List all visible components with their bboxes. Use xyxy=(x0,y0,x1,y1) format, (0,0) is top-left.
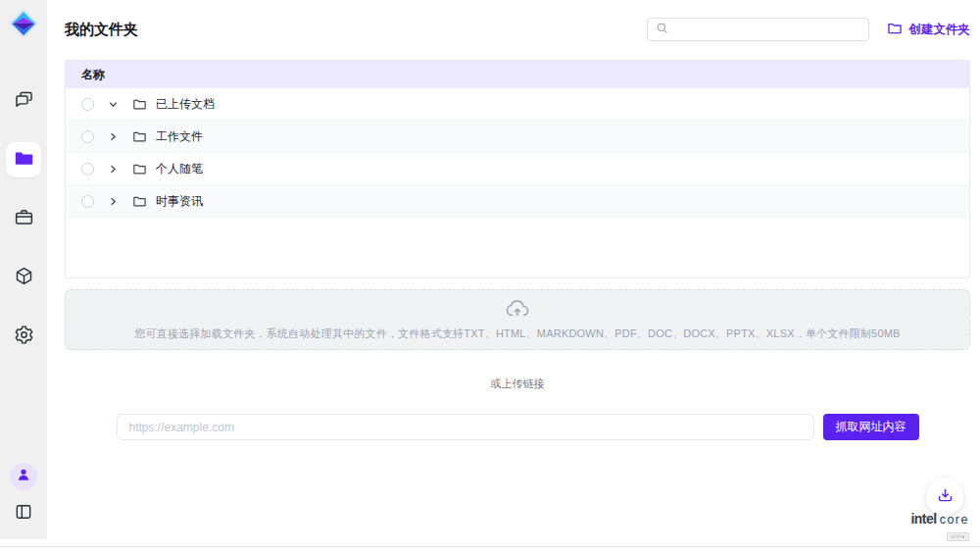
table-row-personal-notes[interactable]: 个人随笔 xyxy=(66,153,969,185)
row-checkbox[interactable] xyxy=(81,98,94,111)
search-box[interactable] xyxy=(647,18,869,41)
folder-name: 时事资讯 xyxy=(156,193,203,210)
or-upload-link-label: 或上传链接 xyxy=(65,376,970,391)
sidebar-item-folders[interactable] xyxy=(6,142,41,177)
chevron-right-icon[interactable] xyxy=(107,130,120,143)
sidebar-nav xyxy=(6,83,41,354)
cube-icon xyxy=(14,266,34,290)
user-icon xyxy=(16,467,31,486)
left-sidebar xyxy=(0,0,47,539)
sidebar-item-chat[interactable] xyxy=(6,83,41,119)
row-checkbox[interactable] xyxy=(81,195,94,208)
intel-core-logo: intel core ultra xyxy=(910,512,969,542)
folder-icon xyxy=(132,97,147,112)
folder-icon xyxy=(132,162,147,176)
fetch-url-button[interactable]: 抓取网址内容 xyxy=(823,414,919,440)
chat-icon xyxy=(14,89,34,114)
app-window: 我的文件夹 创建文件夹 名称 xyxy=(0,0,980,552)
upload-hint-text: 您可直接选择加载文件夹，系统自动处理其中的文件，文件格式支持TXT、HTML、M… xyxy=(134,326,900,341)
ultra-badge: ultra xyxy=(947,532,969,541)
search-input[interactable] xyxy=(668,23,868,36)
row-checkbox[interactable] xyxy=(81,130,94,143)
folder-icon xyxy=(132,129,147,144)
sidebar-bottom xyxy=(10,463,37,526)
create-folder-label: 创建文件夹 xyxy=(909,22,971,38)
sidebar-item-settings[interactable] xyxy=(6,319,41,354)
download-icon xyxy=(936,486,955,509)
url-input[interactable] xyxy=(117,414,814,440)
table-row-work-files[interactable]: 工作文件 xyxy=(66,121,969,153)
gear-icon xyxy=(14,325,34,349)
folder-table: 名称 已上传文档 xyxy=(65,60,970,278)
main-content: 我的文件夹 创建文件夹 名称 xyxy=(47,0,980,546)
user-avatar[interactable] xyxy=(10,463,37,490)
upload-dropzone[interactable]: 您可直接选择加载文件夹，系统自动处理其中的文件，文件格式支持TXT、HTML、M… xyxy=(65,289,970,350)
folder-icon xyxy=(132,194,147,209)
panel-layout-icon xyxy=(14,508,33,525)
folder-plus-icon xyxy=(887,21,903,39)
sidebar-item-workspace[interactable] xyxy=(6,201,41,236)
folder-name: 已上传文档 xyxy=(156,96,215,113)
chevron-down-icon[interactable] xyxy=(107,98,120,111)
collapse-sidebar-button[interactable] xyxy=(14,502,33,526)
folder-name: 工作文件 xyxy=(156,128,203,145)
table-row-uploaded-docs[interactable]: 已上传文档 xyxy=(66,88,969,121)
url-upload-row: 抓取网址内容 xyxy=(65,414,970,440)
intel-word: intel xyxy=(910,512,936,526)
search-icon xyxy=(656,21,668,38)
table-header-name: 名称 xyxy=(66,61,969,88)
create-folder-button[interactable]: 创建文件夹 xyxy=(887,21,971,39)
row-checkbox[interactable] xyxy=(81,163,94,176)
cloud-upload-icon xyxy=(505,298,530,324)
chevron-right-icon[interactable] xyxy=(107,163,120,176)
topbar: 我的文件夹 创建文件夹 xyxy=(65,15,970,44)
page-title: 我的文件夹 xyxy=(65,21,647,39)
table-row-news[interactable]: 时事资讯 xyxy=(66,185,969,218)
chevron-right-icon[interactable] xyxy=(107,195,120,208)
core-word: core xyxy=(940,514,969,527)
window-bottom-edge xyxy=(0,546,980,552)
briefcase-icon xyxy=(14,207,34,231)
folder-icon xyxy=(14,148,34,173)
folder-name: 个人随笔 xyxy=(156,161,203,177)
sidebar-item-models[interactable] xyxy=(6,260,41,295)
app-logo xyxy=(7,7,40,40)
